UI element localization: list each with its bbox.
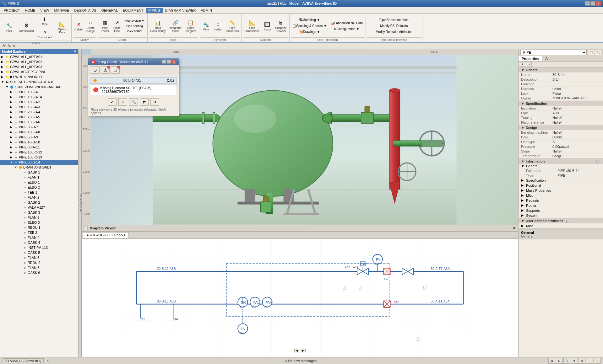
ribbon-btn-delete[interactable]: ✕ Delete xyxy=(73,20,84,32)
menu-admin[interactable]: ADMIN xyxy=(198,8,215,13)
tree-item[interactable]: ○REDU 2 xyxy=(0,260,78,265)
tree-item[interactable]: ○ELBO 3 xyxy=(0,220,78,225)
tree-item[interactable]: ▼🏗SITE SITE-PIPING-AREA01 xyxy=(0,79,78,84)
tree-item[interactable]: ○FLAN 5 xyxy=(0,255,78,260)
menu-manage[interactable]: MANAGE xyxy=(52,8,72,13)
tree-item[interactable]: ○ELBO 2 xyxy=(0,185,78,190)
tree-item[interactable]: ▶─PIPE 150-B-6 xyxy=(0,120,78,125)
ribbon-btn-data-nsbc[interactable]: Data NSBC xyxy=(123,29,146,34)
ribbon-btn-pipe-pen[interactable]: 🔩 Pipe xyxy=(200,20,212,32)
info-subsection-positional[interactable]: ▶ Positional xyxy=(519,183,603,188)
menu-equipment[interactable]: EQUIPMENT xyxy=(120,8,146,13)
menu-piping[interactable]: PIPING xyxy=(146,8,162,13)
ribbon-btn-spooling[interactable]: 📋 Spooling & Checks ▼ xyxy=(291,23,328,29)
tree-toggle[interactable]: ▼ xyxy=(6,85,9,88)
tree-item[interactable]: ▶─PIPE 100-C-13 xyxy=(0,155,78,160)
tree-item[interactable]: ○FLAN 3 xyxy=(0,215,78,220)
scroll-left-btn[interactable]: ◀ xyxy=(294,349,299,352)
tree-item[interactable]: ▼─PIPE 80-B-14 xyxy=(0,160,78,165)
tree-item[interactable]: ▶─PIPE 80-B-7 xyxy=(0,125,78,130)
ribbon-btn-modelling[interactable]: 🏗 Modelling ▼ xyxy=(291,17,328,23)
maximize-button[interactable]: □ xyxy=(590,1,595,6)
ribbon-btn-configuration[interactable]: ⚙ Configuration ▼ xyxy=(329,26,364,32)
tree-toggle[interactable]: ▶ xyxy=(10,95,14,99)
tree-item[interactable]: ○REDU 1 xyxy=(0,225,78,230)
tree-toggle[interactable]: ▼ xyxy=(10,161,14,164)
tree-toggle[interactable]: ▶ xyxy=(10,151,14,154)
status-tool-1[interactable]: ⊞ xyxy=(548,358,555,364)
tree-toggle[interactable]: ▶ xyxy=(10,115,14,119)
info-subsection-misc[interactable]: ▶ Misc xyxy=(519,193,603,198)
tree-toggle[interactable]: ▼ xyxy=(1,80,5,83)
tree-item[interactable]: ○GASK 5 xyxy=(0,250,78,255)
tree-item[interactable]: ▶─PIPE 100-C-12 xyxy=(0,150,78,155)
tree-toggle[interactable]: ▶ xyxy=(1,70,5,73)
tree-item[interactable]: ▶─PIPE 100-B-1A xyxy=(0,94,78,99)
collapse-handle[interactable]: Model Explorer xyxy=(79,49,82,357)
ribbon-btn-pipe-router[interactable]: ▦ PipeRouter xyxy=(99,18,111,34)
tree-toggle[interactable]: ▶ xyxy=(1,60,5,63)
menu-general[interactable]: GENERAL xyxy=(99,8,120,13)
tree-item[interactable]: ▶─PIPE 100-B-8 xyxy=(0,130,78,135)
tree-item[interactable]: ▶─PIPE 100-B-2 xyxy=(0,99,78,104)
ribbon-btn-pipe-splitting[interactable]: Pipe Splitting xyxy=(123,24,146,29)
tree-item[interactable]: ▶─PIPE 100-B-1 xyxy=(0,89,78,94)
tree-item[interactable]: ▶📁GPWL ALL_AREA02 xyxy=(0,59,78,64)
section-specification-header[interactable]: ▼ Specification xyxy=(519,101,603,106)
user-defined-misc[interactable]: ▶ Misc xyxy=(519,223,603,228)
tree-item[interactable]: ○VALV V127 xyxy=(0,205,78,210)
diagram-close-btn[interactable]: ✕ xyxy=(513,226,516,230)
ribbon-btn-modify-restraint[interactable]: Modify Restraint Attributes xyxy=(374,29,414,35)
info-subsection-specification[interactable]: ▶ Specification xyxy=(519,178,603,183)
section-information-header[interactable]: ▼ Information (...) xyxy=(519,159,603,164)
ribbon-btn-pipe2[interactable]: ▌ Pipe xyxy=(36,14,54,27)
tree-panel-close[interactable]: ✕ xyxy=(73,50,76,54)
ribbon-btn-pipe-isometrics[interactable]: 📏 PipeIsometrics xyxy=(224,18,240,34)
tree-toggle[interactable]: ▶ xyxy=(1,65,5,68)
tree-item[interactable]: ○FLAN 2 xyxy=(0,195,78,200)
ribbon-btn-pipe-system[interactable]: Pipe System ▼ xyxy=(123,18,146,23)
ribbon-btn-pipe-create[interactable]: 🔧 Pipe xyxy=(1,21,17,34)
section-design-header[interactable]: ▼ Design xyxy=(519,125,603,130)
tree-toggle[interactable]: ▶ xyxy=(10,110,14,114)
ribbon-btn-pipe-stress-interface[interactable]: Pipe Stress Interface xyxy=(374,17,414,23)
view-label[interactable]: 3D View(1) - Drawlist(1) xyxy=(3,358,44,363)
tree-toggle[interactable]: ▶ xyxy=(10,100,14,104)
status-tool-5[interactable]: ⊕ xyxy=(579,358,585,364)
tree-item[interactable]: ○TEE 2 xyxy=(0,230,78,235)
tree-toggle[interactable]: ▶ xyxy=(10,136,14,139)
tree-item[interactable]: ▶─PIPE 80-A-11 xyxy=(0,145,78,150)
tab-ai[interactable]: AI xyxy=(542,56,552,61)
close-button[interactable]: ✕ xyxy=(596,1,601,6)
status-tool-3[interactable]: 🔍 xyxy=(563,358,570,364)
ribbon-btn-slope-pipe[interactable]: ↗ SlopePipe xyxy=(111,18,123,34)
tree-toggle[interactable]: ▼ xyxy=(14,166,18,169)
ribbon-btn-open-diagram[interactable]: 📋 OpenDiagram xyxy=(184,18,198,34)
footer-nav-btn[interactable]: ⇄ xyxy=(140,98,149,106)
tree-toggle[interactable]: ▶ xyxy=(10,90,14,94)
status-tool-6[interactable]: ← xyxy=(586,358,593,364)
menu-project[interactable]: PROJECT xyxy=(1,8,22,13)
ribbon-btn-integrator-mode[interactable]: 🔗 IntegratorMode xyxy=(168,18,183,34)
ribbon-btn-spec-bore[interactable]: 📐 Spec /Bore xyxy=(54,19,70,35)
menu-diagram-viewer[interactable]: DIAGRAM VIEWER xyxy=(163,8,198,13)
footer-search-btn[interactable]: 🔍 xyxy=(129,98,138,106)
filter-cat-btn[interactable]: ≡ xyxy=(527,62,532,67)
section-general-header[interactable]: ▼ General xyxy=(519,67,603,72)
dialog-nav-all[interactable]: ⊙ xyxy=(91,66,100,74)
diagram-tab-1[interactable]: A0-01-2012-0002 Page-1 xyxy=(83,232,129,238)
tree-item[interactable]: ▶📁GPWL ALL_AREA01 xyxy=(0,54,78,59)
tree-item[interactable]: ▶📁GPWL ACCEPT-GPWL xyxy=(0,69,78,74)
section-user-defined-header[interactable]: ▼ User defined attributes (...) xyxy=(519,218,603,223)
tree-item[interactable]: ○INST PV-113 xyxy=(0,245,78,250)
footer-list-btn[interactable]: ≡ xyxy=(118,98,127,106)
minimize-button[interactable]: ─ xyxy=(585,1,590,6)
tree-toggle[interactable]: ▶ xyxy=(10,131,14,134)
info-subsection-repeats[interactable]: ▶ Repeats xyxy=(519,198,603,203)
info-subsection-mass[interactable]: ▶ Mass Properties xyxy=(519,188,603,193)
tree-item[interactable]: ○GASK 6 xyxy=(0,270,78,275)
dialog-close-btn[interactable]: ✕ xyxy=(172,60,176,64)
filter-az-btn[interactable]: A↓ xyxy=(520,62,526,67)
menu-view[interactable]: VIEW xyxy=(38,8,52,13)
status-tool-2[interactable]: ⊟ xyxy=(556,358,563,364)
